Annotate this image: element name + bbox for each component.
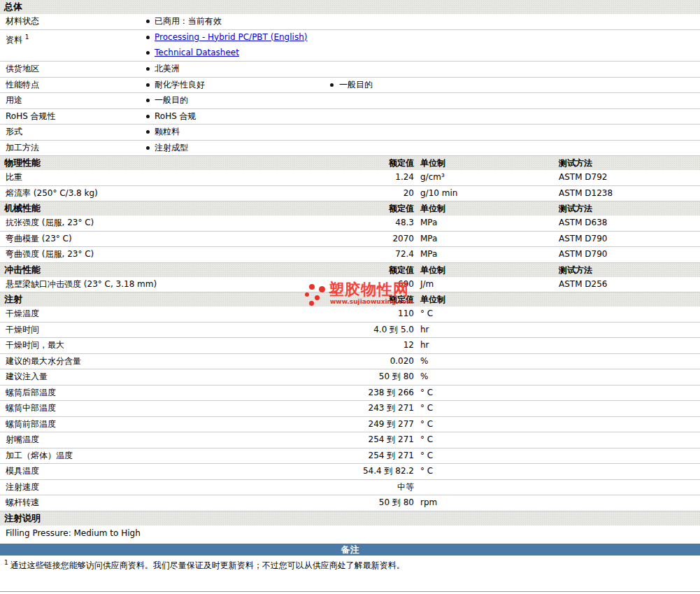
document-link-datasheet[interactable]: Technical Datasheet — [155, 45, 239, 61]
column-header-rated: 额定值 — [389, 156, 414, 170]
rated-value: 54.4 到 82.2 — [363, 464, 414, 479]
row-label: 建议的最大水分含量 — [6, 354, 81, 369]
bullet-icon — [146, 20, 150, 23]
footnote-row: 1通过这些链接您能够访问供应商资料。我们尽量保证及时更新资料；不过您可以从供应商… — [0, 556, 700, 570]
row-value: 北美洲 — [155, 62, 180, 77]
row-label: 干燥温度 — [6, 306, 39, 322]
unit: ° C — [420, 448, 433, 464]
document-link-processing[interactable]: Processing - Hybrid PC/PBT (English) — [155, 30, 307, 45]
row-suggested-shot-size: 建议注入量 50 到 80 % — [0, 369, 700, 386]
row-melt-temp: 加工（熔体）温度 254 到 271 ° C — [0, 448, 700, 465]
unit: ° C — [420, 464, 433, 479]
column-header-test: 测试方法 — [559, 201, 592, 215]
section-header-injection-notes: 注射说明 — [0, 511, 700, 525]
unit: ° C — [420, 417, 433, 432]
section-header-physical: 物理性能 额定值 单位制 测试方法 — [0, 156, 700, 170]
bullet-icon — [146, 83, 150, 87]
row-form: 形式 颗粒料 — [0, 125, 700, 141]
rated-value: 110 — [398, 306, 414, 322]
row-label: 加工（熔体）温度 — [6, 448, 73, 464]
unit: MPa — [420, 215, 437, 231]
row-drying-temp: 干燥温度 110 ° C — [0, 306, 700, 323]
rated-value: 254 到 271 — [369, 432, 414, 448]
label-text: 资料 — [6, 35, 22, 45]
row-rear-barrel-temp: 螺筒后部温度 238 到 266 ° C — [0, 386, 700, 402]
rated-value: 238 到 266 — [369, 386, 414, 401]
column-header-rated: 额定值 — [389, 201, 414, 215]
test-method: ASTM D1238 — [559, 186, 613, 201]
row-label: 用途 — [6, 93, 22, 108]
row-value: RoHS 合规 — [155, 109, 197, 125]
column-header-unit: 单位制 — [420, 263, 445, 277]
row-drying-time: 干燥时间 4.0 到 5.0 hr — [0, 323, 700, 339]
row-label: 性能特点 — [6, 78, 39, 93]
row-label: 干燥时间，最大 — [6, 338, 64, 353]
row-label: 比重 — [6, 170, 22, 185]
unit: hr — [420, 338, 429, 353]
injection-notes-text: Filling Pressure: Medium to High — [0, 525, 700, 541]
row-availability: 供货地区 北美洲 — [0, 62, 700, 78]
row-injection-rate: 注射速度 中等 — [0, 480, 700, 496]
row-label: 建议注入量 — [6, 369, 48, 385]
rated-value: 中等 — [397, 480, 414, 495]
rated-value: 50 到 80 — [379, 369, 414, 385]
row-label: 射嘴温度 — [6, 432, 39, 448]
row-label: 弯曲强度 (屈服, 23° C) — [6, 247, 94, 262]
rated-value: 254 到 271 — [369, 448, 414, 464]
row-flexural-strength: 弯曲强度 (屈服, 23° C) 72.4 MPa ASTM D790 — [0, 247, 700, 263]
row-label: 悬壁梁缺口冲击强度 (23° C, 3.18 mm) — [6, 277, 157, 292]
bullet-icon — [146, 146, 150, 150]
section-header-general: 总体 — [0, 0, 700, 14]
footnote-marker: 1 — [25, 34, 29, 41]
unit: g/cm³ — [420, 170, 445, 185]
row-specific-gravity: 比重 1.24 g/cm³ ASTM D792 — [0, 170, 700, 186]
test-method: ASTM D790 — [559, 232, 607, 247]
row-value: 注射成型 — [155, 141, 188, 156]
remarks-bar: 备注 — [0, 544, 700, 556]
footnote-marker: 1 — [4, 559, 8, 566]
row-label: 形式 — [6, 125, 22, 140]
section-header-injection: 注射 额定值 单位制 — [0, 292, 700, 306]
row-uses: 用途 一般目的 — [0, 93, 700, 109]
row-nozzle-temp: 射嘴温度 254 到 271 ° C — [0, 432, 700, 448]
row-label: 干燥时间 — [6, 323, 39, 338]
unit: g/10 min — [420, 186, 457, 201]
section-title: 冲击性能 — [4, 263, 41, 277]
test-method: ASTM D256 — [559, 277, 607, 292]
row-features: 性能特点 耐化学性良好 一般目的 — [0, 78, 700, 94]
unit: ° C — [420, 386, 433, 401]
row-value: 耐化学性良好 — [155, 78, 205, 93]
row-value: 一般目的 — [155, 93, 188, 108]
row-label: 加工方法 — [6, 141, 39, 156]
test-method: ASTM D792 — [559, 170, 607, 185]
row-front-barrel-temp: 螺筒前部温度 249 到 277 ° C — [0, 417, 700, 433]
row-documents: 资料 1 Processing - Hybrid PC/PBT (English… — [0, 30, 700, 62]
unit: % — [420, 369, 428, 385]
row-value: 颗粒料 — [155, 125, 180, 140]
bullet-icon — [146, 130, 150, 134]
unit: MPa — [420, 247, 437, 262]
section-title: 总体 — [4, 0, 22, 14]
column-header-unit: 单位制 — [420, 201, 445, 215]
section-title: 注射说明 — [4, 511, 41, 525]
rated-value: 4.0 到 5.0 — [373, 323, 414, 338]
bullet-icon — [146, 115, 150, 118]
row-label: 螺筒后部温度 — [6, 386, 56, 401]
rated-value: 249 到 277 — [369, 417, 414, 432]
bullet-icon — [146, 36, 150, 39]
row-melt-flow: 熔流率 (250° C/3.8 kg) 20 g/10 min ASTM D12… — [0, 186, 700, 202]
row-processing-method: 加工方法 注射成型 — [0, 141, 700, 157]
row-max-moisture: 建议的最大水分含量 0.020 % — [0, 354, 700, 370]
row-middle-barrel-temp: 螺筒中部温度 243 到 271 ° C — [0, 401, 700, 417]
footnote-text: 通过这些链接您能够访问供应商资料。我们尽量保证及时更新资料；不过您可以从供应商处… — [10, 560, 405, 570]
test-method: ASTM D638 — [559, 215, 607, 231]
bullet-icon — [146, 67, 150, 71]
unit: % — [420, 354, 428, 369]
unit: hr — [420, 323, 429, 338]
bullet-icon — [146, 51, 150, 55]
rated-value: 243 到 271 — [369, 401, 414, 416]
row-label: 材料状态 — [6, 14, 39, 29]
column-header-unit: 单位制 — [420, 156, 445, 170]
row-izod-impact: 悬壁梁缺口冲击强度 (23° C, 3.18 mm) 690 J/m ASTM … — [0, 277, 700, 293]
row-value-2: 一般目的 — [339, 78, 373, 93]
